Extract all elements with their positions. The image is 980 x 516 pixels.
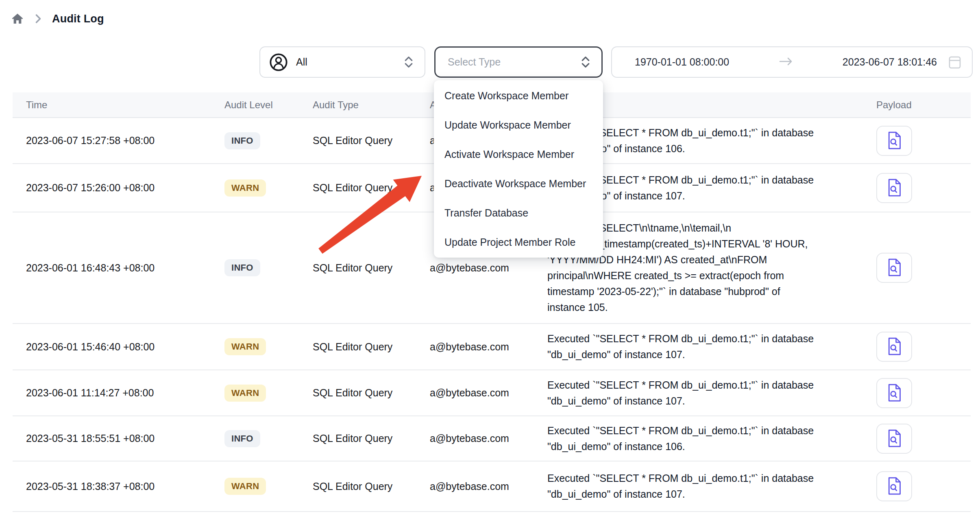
audit-level-badge: WARN	[224, 478, 266, 495]
type-filter-select[interactable]: Select Type	[434, 46, 603, 78]
audit-type-cell: SQL Editor Query	[313, 341, 430, 353]
payload-button[interactable]	[876, 471, 912, 501]
time-cell: 2023-06-01 16:48:43 +08:00	[26, 262, 224, 274]
payload-button[interactable]	[876, 173, 912, 203]
table-row: 2023-05-31 18:55:51 +08:00 INFO SQL Edit…	[13, 416, 971, 461]
payload-button[interactable]	[876, 378, 912, 408]
audit-level-badge: INFO	[224, 132, 260, 149]
actor-cell: a@bytebase.com	[430, 481, 547, 492]
date-range-picker[interactable]: 1970-01-01 08:00:00 2023-06-07 18:01:46	[611, 46, 973, 78]
type-filter-placeholder: Select Type	[448, 56, 581, 68]
table-row: 2023-06-01 15:46:40 +08:00 WARN SQL Edit…	[13, 324, 971, 370]
col-header-audit-level: Audit Level	[224, 99, 313, 111]
date-range-start[interactable]: 1970-01-01 08:00:00	[635, 56, 729, 68]
menu-item-update-project-member[interactable]: Update Project Member Role	[434, 227, 603, 257]
comment-cell: Executed `"SELECT * FROM db_ui_demo.t1;"…	[547, 377, 876, 409]
next-row-top-edge	[13, 514, 971, 516]
table-row: 2023-05-31 18:38:37 +08:00 WARN SQL Edit…	[13, 461, 971, 512]
audit-level-badge: WARN	[224, 385, 266, 402]
comment-cell: Executed `"SELECT * FROM db_ui_demo.t1;"…	[547, 423, 876, 455]
audit-level-badge: INFO	[224, 259, 260, 276]
file-search-icon	[886, 258, 902, 278]
payload-button[interactable]	[876, 332, 912, 362]
audit-level-badge: WARN	[224, 338, 266, 355]
time-cell: 2023-06-01 15:46:40 +08:00	[26, 341, 224, 353]
calendar-icon[interactable]	[948, 55, 961, 69]
actor-filter-select[interactable]: All	[259, 46, 425, 78]
audit-type-cell: SQL Editor Query	[313, 433, 430, 444]
menu-item-create-workspace-member[interactable]: Create Workspace Member	[434, 81, 603, 110]
menu-item-activate-workspace-member[interactable]: Activate Workspace Member	[434, 140, 603, 169]
breadcrumb: Audit Log	[11, 12, 104, 25]
actor-cell: a@bytebase.com	[430, 387, 547, 399]
time-cell: 2023-06-01 11:14:27 +08:00	[26, 387, 224, 399]
audit-level-badge: WARN	[224, 179, 266, 197]
audit-level-badge: INFO	[224, 430, 260, 447]
actor-cell: a@bytebase.com	[430, 433, 547, 444]
file-search-icon	[886, 429, 902, 448]
col-header-time: Time	[26, 99, 224, 111]
table-row: 2023-06-01 11:14:27 +08:00 WARN SQL Edit…	[13, 370, 971, 416]
file-search-icon	[886, 131, 902, 151]
menu-item-deactivate-workspace-member[interactable]: Deactivate Workspace Member	[434, 169, 603, 198]
updown-chevrons-icon	[581, 57, 590, 68]
col-header-audit-type: Audit Type	[313, 99, 430, 111]
col-header-payload: Payload	[876, 99, 971, 111]
file-search-icon	[886, 383, 902, 403]
page-title: Audit Log	[52, 13, 104, 25]
updown-chevrons-icon	[404, 57, 413, 68]
file-search-icon	[886, 337, 902, 356]
time-cell: 2023-05-31 18:38:37 +08:00	[26, 481, 224, 492]
audit-type-cell: SQL Editor Query	[313, 481, 430, 492]
home-icon[interactable]	[11, 12, 24, 25]
time-cell: 2023-05-31 18:55:51 +08:00	[26, 433, 224, 444]
payload-button[interactable]	[876, 253, 912, 283]
type-filter-dropdown-menu: Create Workspace Member Update Workspace…	[434, 80, 603, 258]
actor-cell: a@bytebase.com	[430, 341, 547, 353]
date-range-end[interactable]: 2023-06-07 18:01:46	[843, 56, 937, 68]
menu-item-transfer-database[interactable]: Transfer Database	[434, 198, 603, 227]
person-circle-icon	[269, 53, 288, 72]
time-cell: 2023-06-07 15:26:00 +08:00	[26, 182, 224, 194]
payload-button[interactable]	[876, 126, 912, 156]
file-search-icon	[886, 477, 902, 496]
comment-cell: Executed `"SELECT * FROM db_ui_demo.t1;"…	[547, 470, 876, 502]
time-cell: 2023-06-07 15:27:58 +08:00	[26, 135, 224, 146]
actor-filter-value: All	[296, 56, 404, 68]
payload-button[interactable]	[876, 424, 912, 454]
audit-type-cell: SQL Editor Query	[313, 262, 430, 274]
menu-item-update-workspace-member[interactable]: Update Workspace Member	[434, 110, 603, 140]
comment-cell: Executed `"SELECT * FROM db_ui_demo.t1;"…	[547, 331, 876, 363]
audit-type-cell: SQL Editor Query	[313, 182, 430, 194]
audit-type-cell: SQL Editor Query	[313, 135, 430, 146]
arrow-right-icon	[729, 56, 843, 68]
audit-type-cell: SQL Editor Query	[313, 387, 430, 399]
actor-cell: a@bytebase.com	[430, 262, 547, 274]
chevron-right-icon	[35, 14, 41, 24]
file-search-icon	[886, 178, 902, 198]
